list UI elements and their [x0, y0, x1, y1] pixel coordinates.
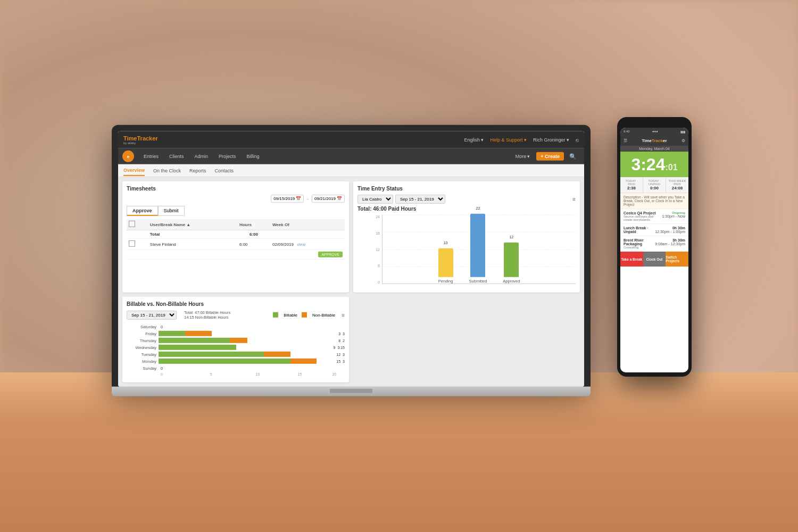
- clock-out-button[interactable]: Clock Out: [643, 252, 666, 267]
- billable-date-select[interactable]: Sep 15 - 21, 2019: [127, 310, 177, 319]
- phone-battery-icon: ▮▮▮: [680, 130, 685, 134]
- phone-time: 9:40: [624, 130, 630, 133]
- ts-col-hours: Hours: [237, 219, 270, 230]
- bar-pending: 10 Pending: [438, 248, 453, 284]
- hbar-wednesday: Wednesday 9 3:15: [127, 345, 345, 350]
- phone-stat-today-paid: TODAY · PAID 2:38: [620, 177, 643, 193]
- ts-col-name: User/Break Name ▲: [148, 219, 237, 230]
- hbar-wednesday-nonbill-val: 3:15: [337, 345, 345, 349]
- legend-nonbillable-label: Non-Billable: [312, 312, 335, 317]
- help-support[interactable]: Help & Support ▾: [490, 137, 527, 143]
- sub-nav: Overview On the Clock Reports Contacts: [118, 164, 584, 177]
- hbar-monday-bill-val: 15: [336, 359, 340, 363]
- approve-button[interactable]: APPROVE: [318, 252, 343, 257]
- phone-signal-icon: ●●●: [652, 130, 658, 133]
- bar-submitted-bar: [470, 214, 485, 277]
- sub-nav-overview[interactable]: Overview: [123, 165, 145, 176]
- hbar-wednesday-track: [159, 345, 331, 350]
- nav-billing[interactable]: Billing: [243, 152, 264, 161]
- axis-5: 5: [210, 372, 223, 376]
- ts-tab-submit[interactable]: Submit: [158, 206, 185, 216]
- hbar-monday-nonbill-val: 3: [343, 359, 345, 363]
- phone-entry-brent-sub: Consulting: [624, 246, 653, 249]
- hbar-monday: Monday 15 3: [127, 359, 345, 364]
- calendar-icon[interactable]: 📅: [296, 196, 301, 201]
- phone-timer: 3:24:01: [620, 152, 688, 177]
- tes-date-select[interactable]: Sep 15 - 21, 2019: [395, 195, 445, 204]
- hamburger-icon[interactable]: ☰: [624, 138, 627, 143]
- language-selector[interactable]: English ▾: [464, 137, 484, 143]
- tes-user-select[interactable]: Lia Castro: [358, 195, 393, 204]
- time-entry-status-card: Time Entry Status Lia Castro Sep 15 - 21…: [353, 181, 580, 293]
- sub-nav-reports[interactable]: Reports: [189, 165, 206, 175]
- hbar-friday-bill-val: 3: [338, 331, 340, 335]
- search-icon[interactable]: 🔍: [566, 153, 580, 160]
- bar-submitted-val: 22: [476, 206, 480, 210]
- axis-0: 0: [161, 372, 173, 376]
- laptop-screen: TimeTracker by ability English ▾ Help & …: [118, 131, 584, 387]
- create-button[interactable]: + Create: [536, 152, 564, 161]
- phone-entry-brent-duration: 3h 30m: [655, 238, 685, 242]
- phone-entry-lunch-info: Lunch Break · Unpaid: [624, 226, 653, 234]
- timesheets-title: Timesheets: [127, 186, 345, 192]
- hbar-thursday-billable: [159, 338, 230, 343]
- ts-col-weekof: Week Of: [270, 219, 345, 230]
- switch-projects-button[interactable]: Switch Projects: [666, 252, 688, 267]
- phone-entry-brent-info: Brent River Packaging Consulting: [624, 238, 653, 249]
- ts-tab-approve[interactable]: Approve: [127, 206, 158, 216]
- phone-action-buttons: Take a Break Clock Out Switch Projects: [620, 252, 688, 267]
- phone-stat-today-paid-val: 2:38: [621, 186, 642, 190]
- phone-entry-costco[interactable]: Costco Q4 Project Source concepts and cr…: [620, 209, 688, 224]
- sub-nav-on-the-clock[interactable]: On the Clock: [153, 165, 181, 175]
- ts-view-link[interactable]: view: [297, 242, 305, 246]
- select-all-checkbox[interactable]: [129, 221, 135, 227]
- hbar-thursday: Thursday 8 2: [127, 338, 345, 343]
- billable-total-text: Total: 47:00 Billable Hours 14:15 Non-Bi…: [184, 310, 230, 320]
- bar-approved-val: 12: [509, 235, 513, 239]
- hbar-tuesday-billable: [159, 352, 264, 357]
- nav-admin[interactable]: Admin: [190, 152, 213, 161]
- calendar-icon-2[interactable]: 📅: [337, 196, 342, 201]
- hbar-tuesday-nonbillable: [264, 352, 290, 357]
- ts-total-value: 6:00: [237, 230, 270, 238]
- nav-clients[interactable]: Clients: [165, 152, 188, 161]
- app-header: TimeTracker by ability English ▾ Help & …: [118, 131, 584, 148]
- phone-stat-today-unpaid-label: TODAY · UNPAID: [644, 179, 664, 186]
- sub-nav-contacts[interactable]: Contacts: [215, 165, 234, 175]
- phone-date: Monday, March 04: [620, 146, 688, 152]
- nav-logo-icon[interactable]: e: [122, 151, 134, 162]
- phone-stat-week-paid: THIS WEEK PAID 24:08: [666, 177, 688, 193]
- y-label-18: 18: [370, 231, 380, 235]
- bar-submitted-label: Submitted: [469, 279, 487, 284]
- logout-icon[interactable]: ⎋: [576, 137, 579, 143]
- phone-screen: 9:40 ●●● ▮▮▮ ☰ TimeTracker ⚙ Monday, Mar…: [620, 128, 688, 372]
- axis-20: 20: [332, 372, 345, 376]
- billable-card: Billable vs. Non-Billable Hours Sep 15 -…: [122, 297, 349, 383]
- y-label-0: 0: [370, 280, 380, 284]
- billable-menu-icon[interactable]: ≡: [342, 312, 345, 318]
- phone-entry-lunch[interactable]: Lunch Break · Unpaid 0h 30m 12:30pm - 1:…: [620, 224, 688, 236]
- tes-menu-icon[interactable]: ≡: [572, 196, 576, 202]
- user-menu[interactable]: Rich Groninger ▾: [533, 137, 569, 143]
- nav-entries[interactable]: Entries: [139, 152, 163, 161]
- axis-15: 15: [297, 372, 310, 376]
- hbar-friday-nonbill-val: 3: [343, 331, 345, 335]
- ts-date-from[interactable]: 09/15/2019 📅: [271, 195, 304, 203]
- take-break-button[interactable]: Take a Break: [620, 252, 643, 267]
- hbar-friday-billable: [159, 331, 185, 336]
- ts-row-weekof: 02/09/2019 view: [270, 238, 345, 250]
- billable-title: Billable vs. Non-Billable Hours: [127, 301, 345, 307]
- row-checkbox[interactable]: [129, 240, 135, 247]
- settings-icon[interactable]: ⚙: [681, 138, 685, 143]
- table-row: Steve Finland 6:00 02/09/2019 view: [127, 238, 345, 250]
- hbar-thursday-nonbill-val: 2: [343, 338, 345, 342]
- nav-projects[interactable]: Projects: [214, 152, 240, 161]
- hbar-thursday-track: [159, 338, 336, 343]
- hbar-friday-label: Friday: [127, 331, 159, 336]
- nav-more[interactable]: More ▾: [511, 152, 535, 161]
- bar-submitted: 22 Submitted: [469, 214, 487, 284]
- chart-legend: Billable Non-Billable: [273, 312, 335, 318]
- phone-entry-brent[interactable]: Brent River Packaging Consulting 3h 30m …: [620, 236, 688, 252]
- legend-billable-dot: [273, 312, 278, 318]
- ts-date-to[interactable]: 09/21/2019 📅: [312, 195, 345, 203]
